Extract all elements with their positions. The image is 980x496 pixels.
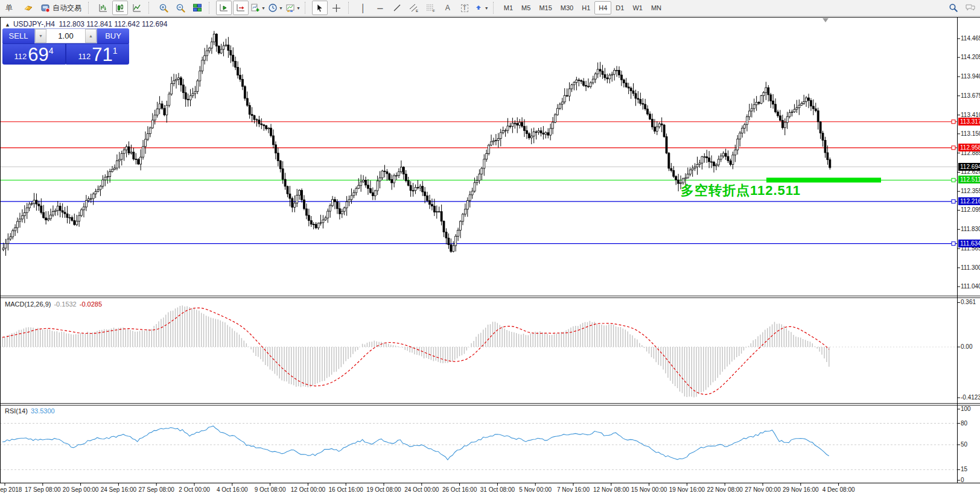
time-tick-label: 31 Oct 08:00 [480, 486, 515, 493]
price-badge: 112.958 [958, 144, 980, 151]
price-tick-label: 112.355 [961, 188, 980, 194]
macd-signal-value: -0.0285 [80, 300, 102, 308]
price-tick-label: 111.300 [961, 264, 980, 271]
macd-main-value: -0.1532 [54, 300, 76, 308]
buy-price-big: 71 [92, 46, 112, 63]
rsi-label: RSI(14)33.5300 [5, 407, 55, 415]
ohlc-quotes: 112.803 112.841 112.642 112.694 [59, 20, 168, 28]
sell-price-prefix: 112 [14, 52, 27, 61]
price-tick-label: 111.040 [961, 283, 980, 290]
price-badge: 112.216 [958, 197, 980, 205]
macd-tick-label: -0.4123 [961, 394, 980, 401]
time-tick-label: 15 Nov 00:00 [631, 486, 667, 493]
chart-canvas[interactable] [0, 0, 980, 496]
time-tick-label: 22 Nov 08:00 [707, 486, 743, 493]
rsi-tick-label: 15 [961, 466, 967, 472]
time-tick-label: 17 Sep 08:00 [25, 486, 61, 493]
sell-price-sup: 4 [49, 46, 54, 56]
price-badge: 113.317 [958, 118, 980, 126]
time-tick-label: 4 Dec 08:00 [822, 486, 855, 493]
rsi-tick-label: 80 [961, 420, 967, 427]
sell-button[interactable]: SELL [2, 28, 34, 43]
time-tick-label: 27 Sep 08:00 [138, 486, 174, 493]
mt4-terminal: 单 自动交易 [0, 0, 980, 496]
time-tick-label: 12 Oct 00:00 [291, 486, 325, 493]
macd-tick-label: 0.361 [961, 299, 976, 305]
time-tick-label: 9 Oct 08:00 [255, 486, 286, 493]
price-tick-label: 114.205 [961, 54, 980, 60]
rsi-value: 33.5300 [31, 407, 55, 415]
buy-price[interactable]: 112 71 1 [66, 44, 129, 65]
rsi-name: RSI(14) [5, 407, 28, 415]
buy-price-sup: 1 [113, 46, 118, 56]
volume-input[interactable] [46, 29, 85, 43]
price-badge: 112.511 [958, 176, 980, 183]
time-tick-label: 5 Nov 00:00 [519, 486, 552, 493]
volume-decrease-button[interactable]: ▼ [35, 29, 46, 43]
one-click-trading-panel: SELL ▼ ▲ BUY 112 69 4 112 71 1 [2, 28, 129, 65]
time-tick-label: 16 Oct 16:00 [329, 486, 363, 493]
time-tick-label: 19 Oct 08:00 [366, 486, 401, 493]
time-tick-label: 4 Oct 16:00 [217, 486, 248, 493]
time-tick-label: 19 Nov 16:00 [669, 486, 705, 493]
time-tick-label: 12 Sep 2018 [0, 486, 22, 493]
time-tick-label: 27 Nov 00:00 [745, 486, 781, 493]
time-tick-label: 2 Oct 00:00 [179, 486, 210, 493]
time-tick-label: 24 Oct 00:00 [404, 486, 439, 493]
price-tick-label: 113.940 [961, 73, 980, 80]
time-tick-label: 24 Sep 16:00 [101, 486, 137, 493]
sell-price[interactable]: 112 69 4 [2, 44, 65, 65]
buy-price-prefix: 112 [78, 52, 91, 61]
time-tick-label: 20 Sep 00:00 [63, 486, 99, 493]
symbol-period-label: USDJPY-,H4 [13, 20, 55, 28]
time-tick-label: 12 Nov 08:00 [593, 486, 629, 493]
macd-tick-label: 0.00 [961, 343, 972, 350]
price-tick-label: 114.465 [961, 35, 980, 42]
price-tick-label: 113.675 [961, 92, 980, 99]
sell-price-big: 69 [28, 46, 48, 63]
chart-title: ▲USDJPY-,H4 112.803 112.841 112.642 112.… [5, 20, 167, 28]
rsi-tick-label: 0 [961, 477, 964, 483]
price-tick-label: 112.095 [961, 206, 980, 213]
rsi-tick-label: 100 [961, 405, 971, 412]
price-badge: 112.694 [958, 163, 980, 171]
buy-button[interactable]: BUY [97, 28, 129, 43]
time-tick-label: 7 Nov 16:00 [557, 486, 590, 493]
price-tick-label: 113.150 [961, 130, 980, 137]
macd-label: MACD(12,26,9)-0.1532-0.0285 [5, 300, 102, 308]
macd-name: MACD(12,26,9) [5, 300, 51, 308]
price-tick-label: 111.830 [961, 226, 980, 232]
time-tick-label: 29 Nov 16:00 [783, 486, 819, 493]
collapse-quotes-arrow[interactable]: ▲ [5, 22, 10, 28]
rsi-tick-label: 50 [961, 441, 967, 448]
chart-annotation-text: 多空转折点112.511 [681, 182, 801, 200]
time-tick-label: 26 Oct 16:00 [442, 486, 477, 493]
price-badge: 111.634 [958, 240, 980, 247]
volume-increase-button[interactable]: ▲ [85, 29, 97, 43]
volume-control: ▼ ▲ [34, 28, 97, 43]
